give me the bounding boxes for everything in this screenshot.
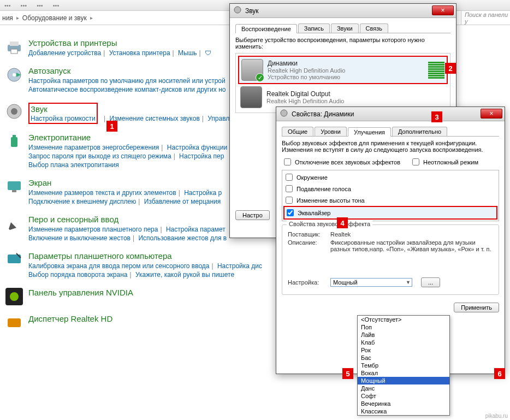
dropdown-option[interactable]: Бас (358, 354, 449, 362)
group-title: Свойства звукового эффекта (287, 221, 372, 227)
effect-pitch[interactable]: Изменение высоты тона (283, 194, 497, 206)
tab-comm[interactable]: Связь (360, 23, 388, 33)
checkbox-urgent[interactable]: Неотложный режим (410, 156, 478, 168)
effect-equalizer[interactable]: Эквалайзер (283, 206, 497, 220)
dropdown-option[interactable]: Вечеринка (358, 400, 449, 407)
dialog-titlebar[interactable]: Свойства: Динамики × (276, 107, 505, 121)
dropdown-option-selected[interactable]: Мощный (358, 377, 449, 384)
dropdown-option[interactable]: Софт (358, 392, 449, 400)
dropdown-option[interactable]: Вокал (358, 369, 449, 377)
effect-voice-suppression[interactable]: Подавление голоса (283, 183, 497, 194)
menu-placeholder[interactable]: ••• (53, 2, 60, 9)
link[interactable]: Настройка параметров по умолчанию для но… (28, 77, 226, 85)
link[interactable]: Избавление от мерцания (144, 198, 221, 205)
link[interactable]: Выбор порядка поворота экрана (28, 271, 127, 279)
preset-select[interactable]: Мощный ▼ (330, 278, 412, 287)
effect-surround[interactable]: Окружение (283, 171, 497, 183)
chevron-down-icon: ▼ (406, 280, 411, 285)
link[interactable]: Калибровка экрана для ввода пером или се… (28, 262, 209, 270)
link[interactable]: Управл (207, 115, 229, 122)
link-volume[interactable]: Настройка громкости (31, 115, 96, 122)
link[interactable]: Подключение к внешнему дисплею (28, 198, 136, 205)
tab-enhancements[interactable]: Улучшения (348, 127, 391, 137)
menu-placeholder[interactable]: ••• (21, 2, 27, 9)
annotation-marker-1: 1 (106, 121, 117, 132)
watermark: pikabu.ru (485, 413, 508, 419)
breadcrumb-part[interactable]: Оборудование и звук (22, 14, 87, 22)
category-title[interactable]: Панель управления NVIDIA (28, 288, 278, 297)
link-mouse[interactable]: Мышь (178, 49, 197, 57)
menu-placeholder[interactable]: ••• (4, 2, 11, 9)
vendor-label: Поставщик: (288, 231, 326, 238)
tabs: Общие Уровни Улучшения Дополнительно (282, 125, 499, 137)
dropdown-option[interactable]: Тембр (358, 362, 449, 369)
close-button[interactable]: × (481, 109, 502, 119)
search-input[interactable]: Поиск в панели у (461, 11, 510, 25)
link[interactable]: Запрос пароля при выходе из спящего режи… (28, 152, 171, 160)
menu-placeholder[interactable]: ••• (37, 2, 43, 9)
link[interactable]: Включение и выключение жестов (28, 234, 131, 242)
tab-record[interactable]: Запись (298, 23, 330, 33)
apply-button[interactable]: Применить (454, 303, 499, 312)
close-button[interactable]: × (432, 5, 454, 15)
dropdown-option[interactable]: Классика (358, 407, 449, 415)
link[interactable]: Автоматическое воспроизведение компакт-д… (28, 86, 226, 93)
category-nvidia: Панель управления NVIDIA (5, 288, 278, 305)
link-system-sounds[interactable]: Изменение системных звуков (109, 115, 199, 122)
link[interactable]: Настройка р (184, 189, 222, 197)
digital-device-icon (240, 86, 262, 108)
dropdown-option[interactable]: <Отсутствует> (358, 316, 449, 323)
device-name: Динамики (268, 60, 424, 67)
category-title[interactable]: Звук (31, 104, 96, 114)
device-status: Устройство по умолчанию (268, 74, 424, 80)
tab-levels[interactable]: Уровни (315, 127, 347, 136)
link[interactable]: Настройка парамет (166, 226, 226, 233)
checkbox[interactable] (412, 158, 419, 165)
speaker-icon (280, 109, 288, 119)
link[interactable]: Настройка дис (217, 262, 262, 270)
shield-icon[interactable]: 🛡 (205, 49, 211, 57)
svg-rect-9 (13, 135, 16, 137)
checkbox[interactable] (284, 158, 291, 165)
tab-advanced[interactable]: Дополнительно (392, 127, 447, 136)
preset-dropdown[interactable]: <Отсутствует> Поп Лайв Клаб Рок Бас Темб… (357, 315, 450, 416)
device-speakers[interactable]: ✓ Динамики Realtek High Definition Audio… (238, 56, 448, 84)
link[interactable]: Выбор плана электропитания (28, 161, 119, 169)
annotation-marker-3: 3 (431, 111, 442, 122)
link[interactable]: Использование жестов для в (138, 234, 227, 242)
vendor-value: Realtek (330, 231, 493, 238)
link-install-printer[interactable]: Установка принтера (109, 49, 170, 57)
cd-icon (5, 66, 23, 84)
dialog-titlebar[interactable]: Звук × (230, 4, 456, 18)
more-button[interactable]: ... (421, 277, 440, 287)
link[interactable]: Настройка функции (167, 144, 227, 151)
link[interactable]: Настройка пер (179, 152, 224, 160)
dropdown-option[interactable]: Клаб (358, 339, 449, 346)
configure-button[interactable]: Настро (235, 210, 270, 220)
check-icon: ✓ (256, 73, 264, 82)
category-title[interactable]: Параметры планшетного компьютера (28, 251, 278, 261)
checkbox-disable-all[interactable]: Отключение всех звуковых эффектов (282, 156, 400, 168)
tab-general[interactable]: Общие (282, 127, 313, 136)
dropdown-option[interactable]: Лайв (358, 331, 449, 339)
link[interactable]: Изменение параметров планшетного пера (28, 226, 158, 233)
category-title[interactable]: Диспетчер Realtek HD (28, 314, 278, 323)
link[interactable]: Изменение размеров текста и других элеме… (28, 189, 176, 197)
category-tablet: Параметры планшетного компьютера Калибро… (5, 251, 278, 279)
nvidia-icon (5, 288, 23, 305)
device-desc: Realtek High Definition Audio (266, 98, 446, 104)
link[interactable]: Укажите, какой рукой вы пишете (135, 271, 234, 279)
level-meter (428, 62, 444, 79)
dialog-title: Звук (245, 7, 259, 15)
link-add-device[interactable]: Добавление устройства (28, 49, 101, 57)
dropdown-option[interactable]: Рок (358, 346, 449, 354)
tab-playback[interactable]: Воспроизведение (235, 24, 297, 33)
breadcrumb-part[interactable]: ния (2, 14, 13, 22)
speaker-device-icon: ✓ (241, 59, 263, 81)
dropdown-option[interactable]: Данс (358, 384, 449, 392)
svg-rect-10 (8, 181, 21, 190)
tab-sounds[interactable]: Звуки (331, 23, 359, 33)
link[interactable]: Изменение параметров энергосбережения (28, 144, 159, 151)
dropdown-option[interactable]: Поп (358, 323, 449, 331)
svg-rect-2 (11, 49, 17, 54)
